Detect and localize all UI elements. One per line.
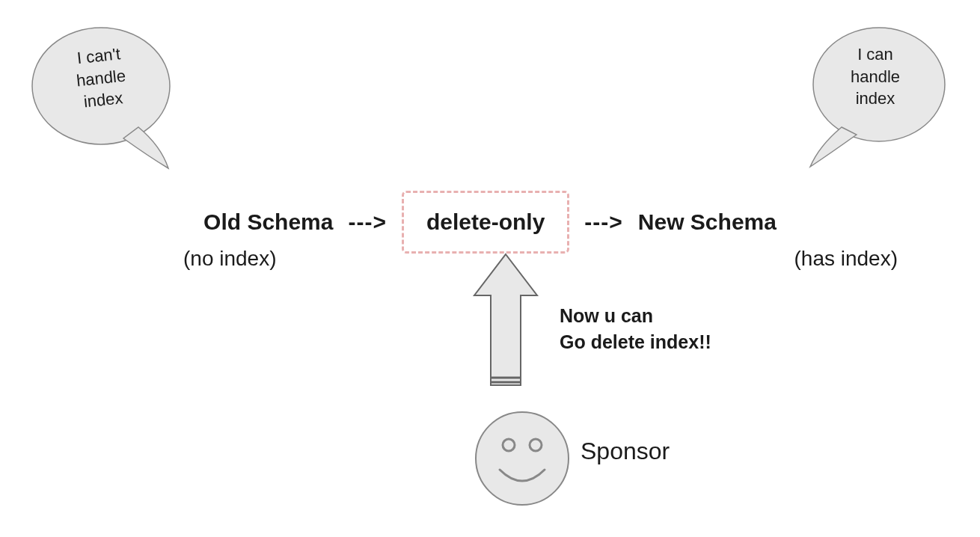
has-index-label: (has index) (794, 247, 898, 271)
delete-only-box: delete-only (402, 191, 569, 254)
new-schema-label: New Schema (638, 209, 777, 235)
no-index-label: (no index) (183, 247, 277, 271)
speech-bubble-left-text: I can't handle index (42, 39, 160, 117)
schema-flow: Old Schema ---> delete-only ---> New Sch… (0, 191, 980, 254)
smiley-icon (470, 406, 575, 511)
speech-bubble-right-text: I can handle index (823, 43, 928, 110)
arrow-2: ---> (584, 209, 623, 235)
sponsor-message: Now u can Go delete index!! (560, 303, 711, 355)
arrow-1: ---> (348, 209, 387, 235)
old-schema-label: Old Schema (203, 209, 333, 235)
sponsor-label: Sponsor (581, 438, 670, 465)
svg-point-4 (476, 412, 569, 505)
up-arrow-icon (468, 251, 543, 400)
